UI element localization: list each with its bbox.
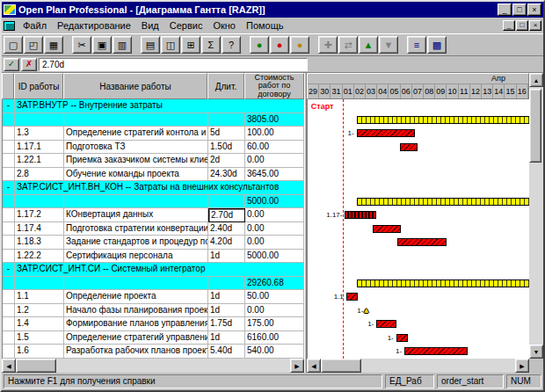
toolbar-move-up-button[interactable]: ▲ xyxy=(359,36,378,54)
gantt-hscroll-thumb[interactable] xyxy=(321,359,361,373)
cell-id[interactable]: 1.1 xyxy=(15,290,64,304)
header-duration[interactable]: Длит. xyxy=(207,73,244,99)
cell-duration[interactable] xyxy=(208,113,245,127)
toolbar-link-activities-button[interactable]: ⇄ xyxy=(338,36,358,54)
cell-name[interactable]: Определение стратегий управления xyxy=(64,331,208,345)
milestone-icon[interactable]: ▲ xyxy=(362,306,370,315)
cell-duration[interactable]: 1.75d xyxy=(208,317,245,331)
toolbar-print-button[interactable]: ▤ xyxy=(141,36,160,54)
toolbar-print-preview-button[interactable]: ◫ xyxy=(161,36,180,54)
task-row[interactable]: 1.6Разработка рабочих планов проекта5.40… xyxy=(3,345,304,359)
header-name[interactable]: Название работы xyxy=(63,73,207,99)
cell-total-cost[interactable]: 29260.68 xyxy=(245,277,304,291)
cell-name[interactable]: Начало фазы планирования проекта xyxy=(64,304,208,318)
toolbar-cut-button[interactable]: ✂ xyxy=(72,36,91,54)
cell-cost[interactable]: 60.00 xyxy=(245,141,304,155)
task-bar[interactable] xyxy=(376,320,396,328)
task-row[interactable]: 1.17.1Подготовка ТЗ1.50d60.00 xyxy=(3,141,304,155)
cell-duration[interactable] xyxy=(208,277,245,291)
cell-id[interactable]: 1.17.1 xyxy=(15,141,64,155)
collapse-toggle[interactable]: - xyxy=(3,99,15,113)
cell-cost[interactable]: 5000.00 xyxy=(245,250,304,264)
task-row[interactable]: 1.22.2Сертификация персонала1d5000.00 xyxy=(3,250,304,264)
cell-id[interactable]: 1.17.4 xyxy=(15,222,64,236)
cell-total-cost[interactable]: 3805.00 xyxy=(245,113,304,127)
scroll-up-icon[interactable]: ▲ xyxy=(529,73,543,87)
cell-id[interactable]: 1.5 xyxy=(15,331,64,345)
cell-duration-editing[interactable]: 2.70d xyxy=(208,208,245,222)
cell-id[interactable] xyxy=(15,195,64,209)
task-row[interactable]: 1.18.3Задание стандартов и процедур по д… xyxy=(3,236,304,250)
cell-id[interactable]: 1.3 xyxy=(15,127,64,141)
cell-cost[interactable]: 50.00 xyxy=(245,290,304,304)
cell-cost[interactable]: 540.00 xyxy=(245,345,304,359)
cell-id[interactable]: 1.6 xyxy=(15,345,64,359)
summary-bar[interactable] xyxy=(357,116,529,124)
cell-name[interactable]: КОнвертация данных xyxy=(64,208,208,222)
menu-view[interactable]: Вид xyxy=(136,18,164,33)
total-row[interactable]: 5000.00 xyxy=(3,195,304,209)
scroll-right-icon[interactable]: ▶ xyxy=(290,359,304,373)
child-close-icon[interactable]: × xyxy=(529,20,541,31)
toolbar-calculate-button[interactable]: Σ xyxy=(201,36,221,54)
cell-editor-input[interactable]: 2.70d xyxy=(39,58,308,71)
cell-name[interactable] xyxy=(64,113,208,127)
task-bar[interactable] xyxy=(346,293,358,301)
toolbar-copy-button[interactable]: ▣ xyxy=(92,36,112,54)
toolbar-view-network-button[interactable]: ▩ xyxy=(427,36,447,54)
collapse-toggle[interactable]: - xyxy=(3,263,15,277)
app-icon[interactable] xyxy=(4,4,16,15)
cell-id[interactable]: 1.4 xyxy=(15,317,64,331)
cell-cost[interactable]: 3645.00 xyxy=(245,168,304,182)
task-bar[interactable] xyxy=(400,143,418,151)
cell-name[interactable] xyxy=(64,195,208,209)
header-cost[interactable]: Стоимость работ по договору xyxy=(244,73,304,99)
cell-duration[interactable] xyxy=(208,195,245,209)
cell-cost[interactable]: 6160.00 xyxy=(245,331,304,345)
cell-id[interactable]: 1.2 xyxy=(15,304,64,318)
cell-duration[interactable]: 2.40d xyxy=(208,222,245,236)
restore-icon[interactable]: □ xyxy=(512,4,527,16)
document-icon[interactable] xyxy=(4,21,15,31)
toolbar-new-file-button[interactable]: ▢ xyxy=(4,36,23,54)
cell-duration[interactable]: 1d xyxy=(208,290,245,304)
toolbar-view-gantt-button[interactable]: ≡ xyxy=(407,36,426,54)
cell-name[interactable]: Приемка заказчиком системы клиент xyxy=(64,154,208,168)
accept-icon[interactable]: ✓ xyxy=(4,58,19,71)
child-minimize-icon[interactable]: _ xyxy=(503,20,515,31)
cell-name[interactable]: Подготовка ТЗ xyxy=(64,141,208,155)
summary-bar[interactable] xyxy=(357,198,529,206)
menu-service[interactable]: Сервис xyxy=(164,18,208,33)
cell-duration[interactable]: 2d xyxy=(208,154,245,168)
scroll-right-icon[interactable]: ▶ xyxy=(515,359,529,373)
toolbar-spreadsheet-view-button[interactable]: ⊞ xyxy=(181,36,200,54)
cell-cost[interactable]: 0.00 xyxy=(245,236,304,250)
cell-duration[interactable]: 4.20d xyxy=(208,236,245,250)
cell-cost[interactable]: 100.00 xyxy=(245,127,304,141)
gantt-hscrollbar[interactable]: ◀ ▶ xyxy=(307,359,529,373)
section-row[interactable]: -ЗАТР.СИСТ_ИНТ.ВН_КОН -- Затраты на внеш… xyxy=(3,181,304,195)
cell-name[interactable]: Обучение команды проекта xyxy=(64,168,208,182)
cell-cost[interactable]: 0.00 xyxy=(245,222,304,236)
cell-name[interactable]: Формирование планов управления xyxy=(64,317,208,331)
cell-cost[interactable]: 175.00 xyxy=(245,317,304,331)
cell-cost[interactable]: 0.00 xyxy=(245,208,304,222)
task-row[interactable]: 1.17.2КОнвертация данных2.70d0.00 xyxy=(3,208,304,222)
task-row[interactable]: 1.4Формирование планов управления1.75d17… xyxy=(3,317,304,331)
toolbar-help-button[interactable]: ? xyxy=(222,36,241,54)
vscroll-thumb[interactable] xyxy=(529,89,541,163)
cell-name[interactable]: Задание стандартов и процедур по д xyxy=(64,236,208,250)
vscroll-track[interactable] xyxy=(529,87,543,345)
cell-name[interactable]: Определение проекта xyxy=(64,290,208,304)
task-row[interactable]: 1.3Определение стратегий контола и отч5d… xyxy=(3,127,304,141)
toolbar-paste-button[interactable]: ▥ xyxy=(113,36,132,54)
cell-duration[interactable]: 5.40d xyxy=(208,345,245,359)
total-row[interactable]: 29260.68 xyxy=(3,277,304,291)
section-row[interactable]: -ЗАТР.ВНУТР -- Внутренние затраты xyxy=(3,99,304,113)
close-icon[interactable]: × xyxy=(527,4,541,16)
cell-duration[interactable]: 24.30d xyxy=(208,168,245,182)
menu-edit[interactable]: Редактирование xyxy=(52,18,136,33)
cell-id[interactable]: 1.17.2 xyxy=(15,208,64,222)
summary-bar[interactable] xyxy=(357,279,529,287)
cell-name[interactable]: Определение стратегий контола и отч xyxy=(64,127,208,141)
